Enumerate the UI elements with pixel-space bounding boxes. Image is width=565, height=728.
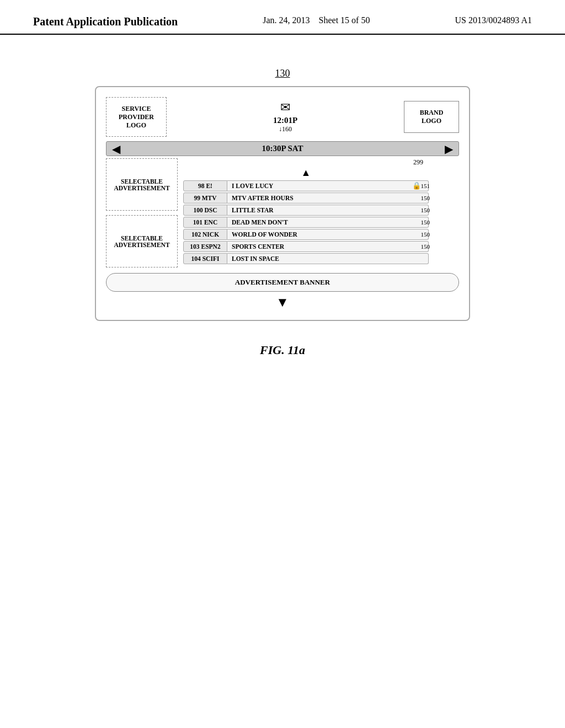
header-patent-number: US 2013/0024893 A1 [455,15,532,25]
service-provider-logo: SERVICEPROVIDERLOGO [106,97,167,137]
diagram-box: SERVICEPROVIDERLOGO ✉ 12:01P ↓160 BRANDL… [95,86,470,321]
channel-num-6: 103 ESPN2 [183,241,227,252]
channel-title-2: MTV AFTER HOURS [227,192,429,204]
clock-area: ✉ 12:01P ↓160 [273,100,297,133]
channel-title-3: LITTLE STAR [227,205,429,216]
channel-title-7: LOST IN SPACE [227,253,429,264]
ad-2-label: SELECTABLE ADVERTISEMENT [106,235,177,248]
channel-title-1: I LOVE LUCY [227,180,429,191]
channel-num-2: 99 MTV [183,192,227,204]
diagram-label: 130 [275,68,290,79]
table-row[interactable]: 102 NICK WORLD OF WONDER 150 [183,229,429,240]
service-logo-text: SERVICEPROVIDERLOGO [119,105,154,130]
selectable-ad-1[interactable]: SELECTABLE ADVERTISEMENT [106,158,178,211]
brand-logo: BRANDLOGO [404,101,459,133]
down-arrow-icon[interactable]: ▼ [106,295,459,310]
ad-1-label: SELECTABLE ADVERTISEMENT [106,178,177,191]
label-299: 299 [183,158,429,167]
row-label-150-4: 150 [421,231,430,238]
ad-banner-label: ADVERTISEMENT BANNER [235,278,330,286]
channel-title-5: WORLD OF WONDER [227,229,429,240]
advertisement-banner[interactable]: ADVERTISEMENT BANNER [106,273,459,292]
main-content: 130 SERVICEPROVIDERLOGO ✉ 12:01P ↓160 BR… [0,35,565,357]
up-arrow-icon[interactable]: ▲ [183,167,429,179]
nav-text: 10:30P SAT [262,144,303,153]
table-row[interactable]: 104 SCIFI LOST IN SPACE [183,253,429,264]
selectable-ad-2[interactable]: SELECTABLE ADVERTISEMENT [106,215,178,267]
content-area: SELECTABLE ADVERTISEMENT SELECTABLE ADVE… [106,158,459,267]
channel-num-7: 104 SCIFI [183,253,227,264]
table-row[interactable]: 98 E! I LOVE LUCY 🔒 151 [183,180,429,191]
clock-icon: ✉ [280,100,290,115]
channel-title-4: DEAD MEN DON'T [227,217,429,228]
clock-label: ↓160 [279,125,292,133]
header-title: Patent Application Publication [33,15,178,28]
row-label-151: 151 [421,183,430,189]
row-label-150-3: 150 [421,219,430,226]
brand-logo-text: BRANDLOGO [420,109,444,125]
channel-num-5: 102 NICK [183,229,227,240]
channel-title-6: SPORTS CENTER [227,241,429,252]
table-row[interactable]: 101 ENC DEAD MEN DON'T 150 [183,217,429,228]
clock-time: 12:01P [273,116,297,125]
row-label-150-1: 150 [421,195,430,201]
top-row: SERVICEPROVIDERLOGO ✉ 12:01P ↓160 BRANDL… [106,97,459,137]
nav-row: ◀ 10:30P SAT ▶ [106,141,459,156]
header-center: Jan. 24, 2013 Sheet 15 of 50 [263,15,370,25]
nav-arrow-right-icon[interactable]: ▶ [445,142,453,156]
row-label-150-5: 150 [421,243,430,250]
channel-num-4: 101 ENC [183,217,227,228]
nav-arrow-left-icon[interactable]: ◀ [112,142,120,156]
ads-column: SELECTABLE ADVERTISEMENT SELECTABLE ADVE… [106,158,178,267]
figure-caption: FIG. 11a [260,343,305,357]
row-label-150-2: 150 [421,207,430,213]
channel-list: 299 ▲ 98 E! I LOVE LUCY 🔒 151 99 MTV MTV… [183,158,459,267]
header-sheet: Sheet 15 of 50 [319,15,370,25]
page-header: Patent Application Publication Jan. 24, … [0,0,565,35]
channel-num-1: 98 E! [183,180,227,191]
table-row[interactable]: 100 DSC LITTLE STAR 150 [183,205,429,216]
header-date: Jan. 24, 2013 [263,15,310,25]
table-row[interactable]: 99 MTV MTV AFTER HOURS 150 [183,192,429,204]
clock-label-160: 160 [282,125,292,133]
lock-icon: 🔒 [412,181,421,190]
channel-num-3: 100 DSC [183,205,227,216]
table-row[interactable]: 103 ESPN2 SPORTS CENTER 150 [183,241,429,252]
